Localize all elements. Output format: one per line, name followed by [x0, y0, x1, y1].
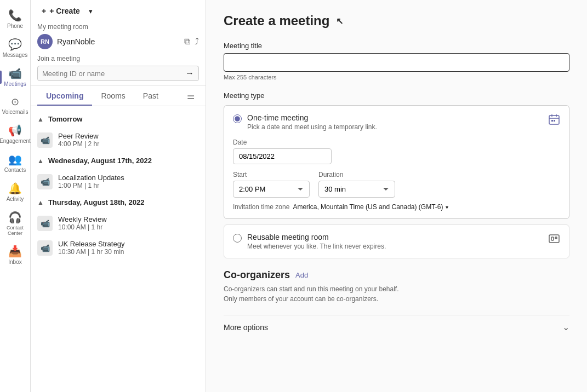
sidebar-item-messages[interactable]: 💬 Messages — [0, 33, 30, 62]
meeting-item-peer-review[interactable]: 📹 Peer Review 4:00 PM | 2 hr — [31, 128, 206, 152]
contact-center-label: Contact Center — [2, 225, 28, 236]
sidebar-item-activity[interactable]: 🔔 Activity — [0, 177, 30, 206]
sidebar-item-phone[interactable]: 📞 Phone — [0, 4, 30, 33]
phone-icon: 📞 — [8, 9, 22, 22]
meeting-time: 4:00 PM | 2 hr — [58, 140, 199, 148]
meeting-item-uk-release[interactable]: 📹 UK Release Strategy 10:30 AM | 1 hr 30… — [31, 235, 206, 260]
sidebar-item-contacts[interactable]: 👥 Contacts — [0, 148, 30, 177]
user-action-icons: ⧉ ⤴ — [184, 37, 199, 47]
meeting-info: Peer Review 4:00 PM | 2 hr — [58, 132, 199, 148]
meetings-label: Meetings — [4, 81, 26, 87]
chevron-down-icon: ▾ — [89, 7, 93, 15]
join-input-row: → — [37, 66, 199, 81]
co-org-header: Co-organizers Add — [224, 269, 569, 281]
sidebar-item-engagement[interactable]: 📢 Engagement — [0, 119, 30, 148]
my-meeting-room-label: My meeting room — [37, 23, 199, 31]
sidebar-item-contact-center[interactable]: 🎧 Contact Center — [0, 206, 30, 240]
tabs-row: Upcoming Rooms Past ⚌ — [31, 86, 206, 106]
reusable-room-icon-button[interactable] — [548, 233, 560, 247]
sign-out-button[interactable]: ⤴ — [195, 37, 199, 47]
meeting-name-3: Weekly Review — [58, 215, 199, 223]
meeting-item-weekly[interactable]: 📹 Weekly Review 10:00 AM | 1 hr — [31, 211, 206, 235]
chevron-collapse-wednesday: ▲ — [37, 157, 44, 165]
tab-past[interactable]: Past — [134, 86, 167, 106]
reusable-radio[interactable] — [233, 234, 242, 243]
meeting-type-section: Meeting type One-time meeting Pick a dat… — [224, 91, 569, 258]
left-panel: + + Create ▾ My meeting room RN RyanNobl… — [31, 0, 206, 392]
svg-rect-4 — [551, 120, 553, 122]
messages-icon: 💬 — [8, 38, 22, 51]
date-label: Date — [233, 139, 560, 146]
create-dropdown-button[interactable]: ▾ — [84, 5, 97, 18]
copy-link-button[interactable]: ⧉ — [184, 37, 190, 47]
one-time-radio-row: One-time meeting Pick a date and meet us… — [233, 113, 560, 131]
char-limit-text: Max 255 characters — [224, 74, 569, 80]
invitation-timezone-label: Invitation time zone — [233, 203, 289, 211]
plus-icon: + — [42, 7, 46, 15]
timezone-selector[interactable]: America, Mountain Time (US and Canada) (… — [293, 203, 448, 211]
room-icon — [548, 233, 560, 245]
meeting-title-input[interactable] — [224, 53, 569, 72]
duration-label: Duration — [318, 171, 395, 178]
more-options-text: More options — [224, 323, 268, 332]
cursor-icon: ↖ — [336, 16, 343, 26]
meeting-item-localization[interactable]: 📹 Localization Updates 1:00 PM | 1 hr — [31, 169, 206, 194]
meeting-title-label: Meeting title — [224, 42, 569, 50]
date-tomorrow-label: Tomorrow — [48, 115, 83, 123]
calendar-icon — [548, 113, 560, 125]
duration-select[interactable]: 15 min 30 min 45 min 1 hr 1 hr 30 min 2 … — [318, 181, 395, 198]
add-co-org-button[interactable]: Add — [295, 271, 308, 279]
inbox-label: Inbox — [8, 259, 21, 265]
meeting-time-2: 1:00 PM | 1 hr — [58, 182, 199, 189]
start-time-select[interactable]: 12:00 PM 12:30 PM 1:00 PM 1:30 PM 2:00 P… — [233, 181, 310, 198]
reusable-radio-row: Reusable meeting room Meet whenever you … — [233, 233, 560, 250]
meetings-icon: 📹 — [8, 67, 22, 80]
date-input[interactable] — [233, 148, 332, 164]
date-thursday-label: Thursday, August 18th, 2022 — [48, 198, 145, 206]
contacts-icon: 👥 — [8, 153, 22, 166]
co-org-desc-text: Co-organizers can start and run this mee… — [224, 285, 399, 303]
sidebar-item-inbox[interactable]: 📥 Inbox — [0, 240, 30, 269]
sidebar-item-meetings[interactable]: 📹 Meetings — [0, 62, 30, 91]
filter-icon: ⚌ — [187, 91, 195, 101]
duration-field-group: Duration 15 min 30 min 45 min 1 hr 1 hr … — [318, 171, 395, 198]
join-meeting-input[interactable] — [42, 70, 185, 78]
calendar-icon-button[interactable] — [548, 113, 560, 128]
meeting-video-icon: 📹 — [37, 132, 53, 148]
reusable-content: Reusable meeting room Meet whenever you … — [247, 233, 543, 250]
meeting-info-4: UK Release Strategy 10:30 AM | 1 hr 30 m… — [58, 240, 199, 256]
date-group-thursday[interactable]: ▲ Thursday, August 18th, 2022 — [31, 194, 206, 211]
meeting-name: Peer Review — [58, 132, 199, 140]
activity-icon: 🔔 — [8, 182, 22, 195]
one-time-title: One-time meeting — [247, 113, 543, 122]
reusable-meeting-card: Reusable meeting room Meet whenever you … — [224, 224, 569, 258]
join-meeting-button[interactable]: → — [185, 68, 194, 78]
user-row: RN RyanNoble ⧉ ⤴ — [37, 34, 199, 49]
svg-rect-7 — [551, 237, 554, 240]
contacts-label: Contacts — [4, 167, 26, 173]
date-group-tomorrow[interactable]: ▲ Tomorrow — [31, 111, 206, 128]
reusable-title: Reusable meeting room — [247, 233, 543, 241]
filter-button[interactable]: ⚌ — [183, 87, 199, 106]
inbox-icon: 📥 — [8, 245, 22, 258]
meeting-info-3: Weekly Review 10:00 AM | 1 hr — [58, 215, 199, 231]
date-group-wednesday[interactable]: ▲ Wednesday, August 17th, 2022 — [31, 152, 206, 169]
tab-rooms[interactable]: Rooms — [92, 86, 134, 106]
join-meeting-label: Join a meeting — [37, 55, 199, 62]
user-name: RyanNoble — [57, 37, 180, 46]
create-button[interactable]: + + Create — [37, 4, 84, 18]
reusable-desc: Meet whenever you like. The link never e… — [247, 243, 543, 250]
tab-upcoming[interactable]: Upcoming — [37, 86, 92, 106]
start-field-group: Start 12:00 PM 12:30 PM 1:00 PM 1:30 PM … — [233, 171, 310, 198]
co-organizers-section: Co-organizers Add Co-organizers can star… — [224, 269, 569, 304]
one-time-radio[interactable] — [233, 114, 242, 123]
messages-label: Messages — [3, 52, 28, 58]
timezone-value: America, Mountain Time (US and Canada) (… — [293, 203, 443, 211]
date-wednesday-label: Wednesday, August 17th, 2022 — [48, 157, 152, 165]
timezone-row: Invitation time zone America, Mountain T… — [233, 203, 560, 211]
sidebar-item-voicemails[interactable]: ⊙ Voicemails — [0, 91, 30, 119]
page-title: Create a meeting — [224, 13, 329, 28]
engagement-label: Engagement — [0, 138, 31, 144]
expand-icon: ⌄ — [562, 322, 569, 332]
more-options-row[interactable]: More options ⌄ — [224, 315, 569, 339]
